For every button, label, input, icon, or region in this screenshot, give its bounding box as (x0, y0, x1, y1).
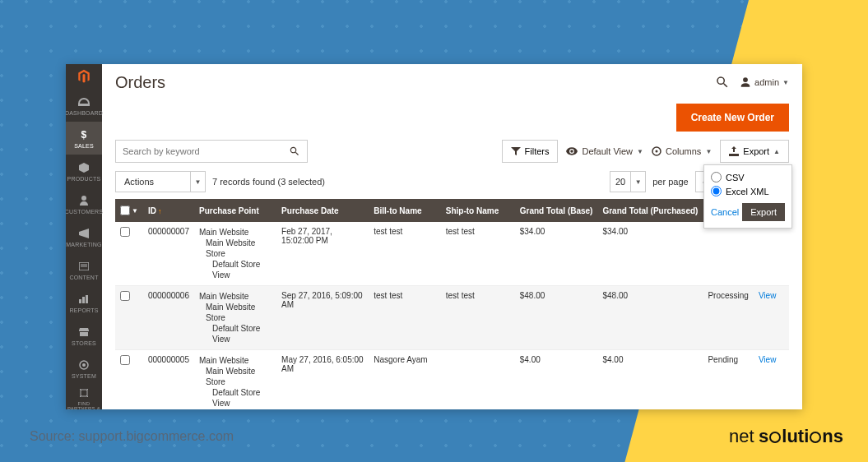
cell-purchase-point: Main Website Main Website Store Default … (194, 286, 276, 350)
marketing-icon (77, 227, 91, 240)
nav-dashboard[interactable]: DASHBOARD (66, 89, 102, 122)
cell-base: $48.00 (515, 286, 598, 350)
cell-purchase-point: Main Website Main Website Store Default … (194, 350, 276, 410)
chevron-up-icon: ▲ (773, 148, 780, 155)
view-link[interactable]: View (759, 355, 777, 364)
brand: net slutins (729, 426, 843, 447)
table-row[interactable]: 000000005 Main Website Main Website Stor… (115, 350, 789, 410)
svg-point-3 (81, 196, 86, 201)
admin-menu[interactable]: admin ▼ (740, 76, 789, 88)
cell-purchased: $4.00 (597, 350, 703, 410)
chevron-down-icon: ▼ (705, 148, 712, 155)
cell-ship (441, 350, 515, 410)
source-text: Source: support.bigcommerce.com (30, 429, 234, 444)
main: Orders admin ▼ Create New Order Filters (102, 64, 802, 409)
eye-icon (566, 147, 578, 155)
dashboard-icon (77, 95, 91, 109)
table-row[interactable]: 000000006 Main Website Main Website Stor… (115, 286, 789, 350)
export-submit[interactable]: Export (742, 203, 785, 221)
page-title: Orders (115, 73, 705, 92)
sales-icon: $ (77, 128, 91, 141)
chevron-down-icon: ▼ (635, 178, 642, 186)
cell-date: Sep 27, 2016, 5:09:00 AM (276, 286, 369, 350)
cell-id: 000000005 (143, 350, 194, 410)
filters-button[interactable]: Filters (502, 140, 559, 163)
content-icon (77, 260, 91, 273)
stores-icon (77, 326, 91, 339)
nav-system[interactable]: SYSTEM (66, 352, 102, 385)
user-icon (740, 76, 751, 88)
cell-status: Processing (703, 286, 753, 350)
export-cancel[interactable]: Cancel (711, 207, 739, 217)
svg-point-11 (82, 363, 86, 367)
svg-rect-12 (81, 390, 87, 396)
magento-logo[interactable] (66, 64, 102, 89)
svg-point-14 (655, 150, 657, 153)
cell-bill: Nasgore Ayam (369, 350, 441, 410)
cell-bill: test test (369, 286, 441, 350)
nav-reports[interactable]: REPORTS (66, 286, 102, 319)
gear-icon (652, 146, 661, 156)
cell-status (703, 222, 753, 286)
search-box (115, 140, 308, 163)
cell-purchase-point: Main Website Main Website Store Default … (194, 222, 276, 286)
sidebar: DASHBOARD $SALES PRODUCTS CUSTOMERS MARK… (66, 64, 102, 409)
export-popover: CSV Excel XML Cancel Export (703, 164, 792, 229)
export-option-csv[interactable]: CSV (711, 170, 785, 184)
nav-partners[interactable]: FIND PARTNERS & EXTENSIONS (66, 385, 102, 409)
nav-marketing[interactable]: MARKETING (66, 220, 102, 253)
cell-base: $34.00 (515, 222, 598, 286)
cell-base: $4.00 (515, 350, 598, 410)
create-order-button[interactable]: Create New Order (676, 104, 789, 132)
cell-date: May 27, 2016, 6:05:00 AM (276, 350, 369, 410)
customers-icon (77, 194, 91, 207)
row-checkbox[interactable] (120, 227, 130, 237)
nav-sales[interactable]: $SALES (66, 122, 102, 155)
cell-purchased: $48.00 (597, 286, 703, 350)
nav-content[interactable]: CONTENT (66, 253, 102, 286)
svg-rect-8 (82, 297, 85, 303)
search-input[interactable] (123, 146, 289, 156)
export-button[interactable]: Export▲ (720, 140, 789, 163)
cell-ship: test test (441, 222, 515, 286)
chevron-down-icon: ▼ (782, 79, 789, 86)
system-icon (77, 358, 91, 372)
svg-rect-7 (79, 299, 81, 303)
nav-stores[interactable]: STORES (66, 319, 102, 352)
chevron-down-icon: ▼ (132, 207, 138, 215)
svg-point-0 (770, 432, 780, 442)
search-icon[interactable] (715, 75, 730, 90)
cell-id: 000000007 (143, 222, 194, 286)
sort-asc-icon[interactable]: ↑ (158, 207, 162, 215)
row-checkbox[interactable] (120, 355, 130, 365)
cell-ship: test test (441, 286, 515, 350)
upload-icon (729, 146, 739, 156)
reports-icon (77, 293, 91, 306)
cell-bill: test test (369, 222, 441, 286)
select-all[interactable]: ▼ (120, 206, 138, 215)
svg-point-1 (810, 432, 820, 442)
svg-rect-9 (86, 295, 88, 303)
chevron-down-icon: ▼ (195, 178, 202, 186)
search-icon[interactable] (289, 146, 300, 157)
row-checkbox[interactable] (120, 291, 130, 301)
nav-customers[interactable]: CUSTOMERS (66, 187, 102, 220)
chevron-down-icon: ▼ (637, 148, 643, 155)
record-count: 7 records found (3 selected) (212, 177, 325, 187)
per-page-label: per page (652, 177, 688, 187)
default-view[interactable]: Default View▼ (566, 140, 643, 163)
cell-purchased: $34.00 (597, 222, 703, 286)
app-window: DASHBOARD $SALES PRODUCTS CUSTOMERS MARK… (66, 64, 802, 409)
cell-id: 000000006 (143, 286, 194, 350)
view-link[interactable]: View (759, 291, 777, 300)
cell-date: Feb 27, 2017, 15:02:00 PM (276, 222, 369, 286)
bulk-actions-select[interactable]: Actions ▼ (115, 171, 206, 192)
export-option-xml[interactable]: Excel XML (711, 184, 785, 198)
products-icon (77, 161, 91, 174)
orders-table: ▼ ID↑ Purchase Point Purchase Date Bill-… (115, 199, 789, 409)
columns-control[interactable]: Columns▼ (652, 140, 712, 163)
page-size-select[interactable]: 20 ▼ (610, 171, 646, 192)
table-row[interactable]: 000000007 Main Website Main Website Stor… (115, 222, 789, 286)
filter-icon (511, 147, 521, 155)
nav-products[interactable]: PRODUCTS (66, 155, 102, 187)
